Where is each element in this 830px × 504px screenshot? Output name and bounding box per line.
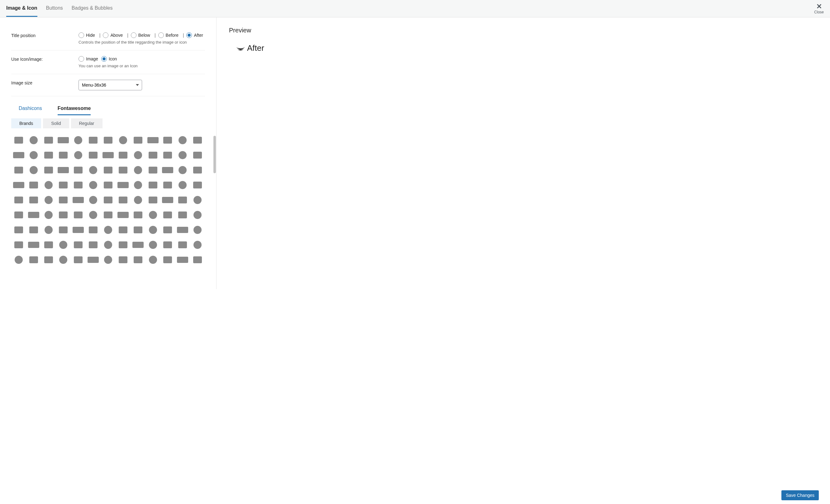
icon-deviantart[interactable] [190,237,205,252]
tab-badges[interactable]: Badges & Bubbles [72,0,113,17]
icon-dev[interactable] [175,237,190,252]
icon-accessible-icon[interactable] [26,133,41,148]
subtab-brands[interactable]: Brands [11,119,41,128]
icon-cloudscale[interactable] [26,207,41,223]
icon-chromecast[interactable] [190,193,205,207]
icon-buromobelexperte[interactable] [131,177,146,193]
icon-artstation[interactable] [146,148,160,163]
icon-cc-jcb[interactable] [71,193,86,207]
image-size-select[interactable]: Menu-36x36 [78,80,142,90]
tab-image-icon[interactable]: Image & Icon [6,0,37,17]
icon-dhl[interactable] [11,252,26,267]
icon-battle-net[interactable] [86,163,101,177]
icon-critical-role[interactable] [190,223,205,237]
icon-cc-amazon-pay[interactable] [190,177,205,193]
icon-css3[interactable] [11,237,26,252]
icon-buy-n-large[interactable] [146,177,160,193]
icon-dochub[interactable] [101,252,116,267]
icon-amazon[interactable] [160,133,175,148]
icon-discord[interactable] [71,252,86,267]
icon-dribbble[interactable] [146,252,160,267]
subtab-solid[interactable]: Solid [43,119,69,128]
icon-creative-commons-pd-alt[interactable] [86,223,101,237]
radio-after[interactable] [186,32,192,38]
icon-acquisitions-incorporated[interactable] [56,133,71,148]
icon-creative-commons[interactable] [175,207,190,223]
icon-docker[interactable] [116,252,131,267]
icon-angrycreative[interactable] [41,148,56,163]
icon-canadian-maple-leaf[interactable] [175,177,190,193]
icon-bluetooth[interactable] [56,177,71,193]
icon-cuttlefish[interactable] [41,237,56,252]
icon-cc-diners-club[interactable] [41,193,56,207]
icon-discourse[interactable] [86,252,101,267]
icon-d-and-d[interactable] [56,237,71,252]
icon-avianex[interactable] [26,163,41,177]
icon-cc-amex[interactable] [11,193,26,207]
icon-creative-commons-sampling[interactable] [131,223,146,237]
icon-bandcamp[interactable] [71,163,86,177]
subtab-regular[interactable]: Regular [71,119,102,128]
icon-bootstrap[interactable] [86,177,101,193]
icon-audible[interactable] [190,148,205,163]
icon-creative-commons-nd[interactable] [56,223,71,237]
icon-dribbble-square[interactable] [160,252,175,267]
icon-delicious[interactable] [131,237,146,252]
icon-alipay[interactable] [146,133,160,148]
icon-cc-discover[interactable] [56,193,71,207]
icon-codepen[interactable] [71,207,86,223]
icon-amilia[interactable] [190,133,205,148]
icon-amazon-pay[interactable] [175,133,190,148]
radio-hide[interactable] [78,32,84,38]
icon-bluetooth-b[interactable] [71,177,86,193]
icon-digg[interactable] [41,252,56,267]
icon-creative-commons-share[interactable] [160,223,175,237]
icon-airbnb[interactable] [116,133,131,148]
icon-creative-commons-pd[interactable] [71,223,86,237]
icon-drupal[interactable] [190,252,205,267]
icon-css3-alt[interactable] [26,237,41,252]
icon-atlassian[interactable] [175,148,190,163]
icon-500px[interactable] [11,133,26,148]
icon-codiepie[interactable] [86,207,101,223]
icon-chrome[interactable] [175,193,190,207]
icon-angular[interactable] [56,148,71,163]
icon-draft2digital[interactable] [131,252,146,267]
icon-affiliatetheme[interactable] [101,133,116,148]
icon-deskpro[interactable] [160,237,175,252]
icon-autoprefixer[interactable] [11,163,26,177]
icon-cc-mastercard[interactable] [86,193,101,207]
icon-behance-square[interactable] [116,163,131,177]
icon-adn[interactable] [71,133,86,148]
tab-buttons[interactable]: Buttons [46,0,63,17]
icon-cc-apple-pay[interactable] [26,193,41,207]
icon-buysellads[interactable] [160,177,175,193]
icon-aws[interactable] [56,163,71,177]
icon-behance[interactable] [101,163,116,177]
scrollbar-thumb[interactable] [214,136,216,173]
icon-creative-commons-sampling-plus[interactable] [146,223,160,237]
icon-creative-commons-zero[interactable] [175,223,190,237]
icon-d-and-d-beyond[interactable] [71,237,86,252]
icon-cc-stripe[interactable] [116,193,131,207]
icon-dropbox[interactable] [175,252,190,267]
icon-bity[interactable] [175,163,190,177]
icon-buffer[interactable] [116,177,131,193]
icon-android[interactable] [11,148,26,163]
icon-creative-commons-sa[interactable] [116,223,131,237]
icon-dailymotion[interactable] [86,237,101,252]
tab-dashicons[interactable]: Dashicons [19,102,42,115]
icon-deploydog[interactable] [146,237,160,252]
icon-bitcoin[interactable] [160,163,175,177]
icon-cloudversify[interactable] [56,207,71,223]
tab-fontawesome[interactable]: Fontawesome [58,102,91,115]
icon-blogger[interactable] [26,177,41,193]
radio-icon[interactable] [101,56,107,62]
icon-cc-visa[interactable] [131,193,146,207]
icon-apper[interactable] [101,148,116,163]
icon-creative-commons-by[interactable] [190,207,205,223]
icon-black-tie[interactable] [190,163,205,177]
icon-creative-commons-nc[interactable] [11,223,26,237]
icon-centercode[interactable] [146,193,160,207]
icon-asymmetrik[interactable] [160,148,175,163]
